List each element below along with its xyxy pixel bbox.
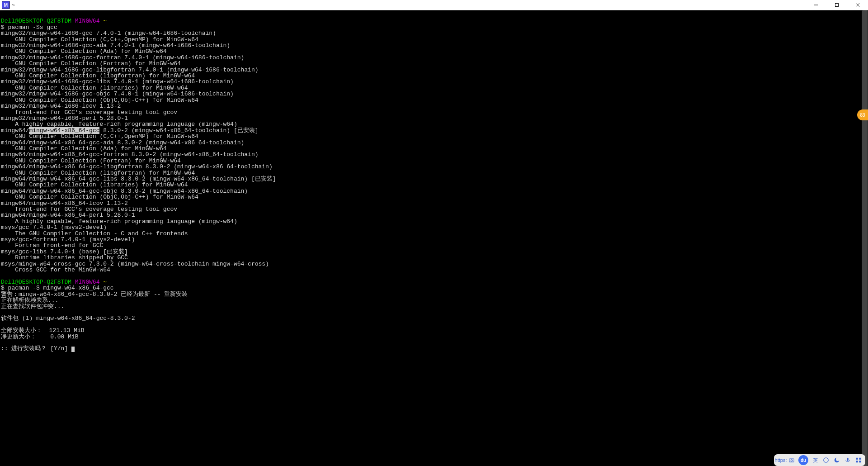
app-icon: M <box>2 1 10 9</box>
svg-rect-8 <box>856 458 858 460</box>
ime-indicator[interactable]: 英 <box>811 456 819 464</box>
moon-icon[interactable] <box>833 456 841 464</box>
svg-rect-9 <box>859 458 861 460</box>
svg-point-6 <box>824 458 829 463</box>
terminal-output[interactable]: Dell@DESKTOP-Q2F8TDM MINGW64 ~ $ pacman … <box>0 10 868 466</box>
camera-icon[interactable] <box>788 456 796 464</box>
minimize-button[interactable] <box>806 0 826 10</box>
maximize-button[interactable] <box>826 0 847 10</box>
terminal-scrollbar[interactable] <box>862 10 868 466</box>
window-titlebar: M ~ <box>0 0 868 10</box>
svg-rect-4 <box>789 459 794 462</box>
svg-rect-7 <box>847 458 849 461</box>
https-indicator: https: <box>777 456 785 464</box>
grid-icon[interactable] <box>854 456 863 464</box>
side-badge[interactable]: 83 <box>857 109 868 120</box>
window-title: ~ <box>12 2 15 8</box>
svg-rect-10 <box>856 461 858 462</box>
mic-icon[interactable] <box>844 456 852 464</box>
svg-rect-11 <box>859 461 861 462</box>
taskbar-widgets: https: du 英 <box>774 454 865 466</box>
close-button[interactable] <box>847 0 868 10</box>
sound-icon[interactable] <box>822 456 830 464</box>
svg-point-5 <box>791 460 793 461</box>
svg-rect-1 <box>835 4 839 7</box>
du-icon[interactable]: du <box>798 455 808 465</box>
